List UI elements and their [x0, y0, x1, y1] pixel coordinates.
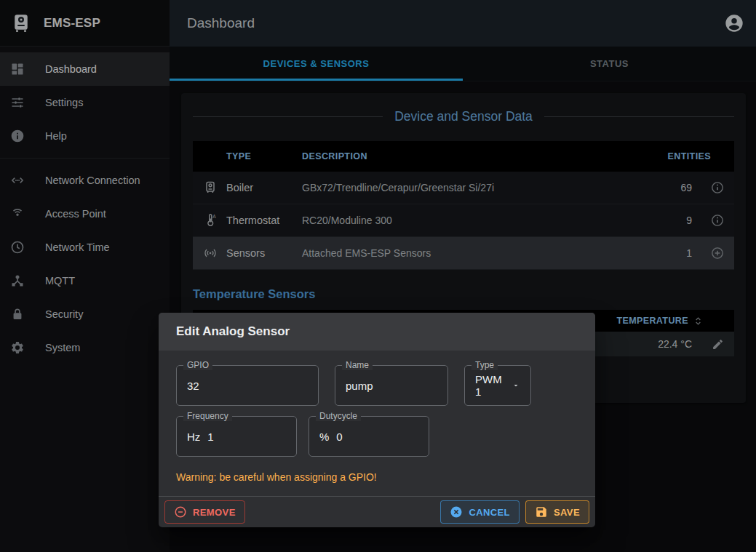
- edit-analog-sensor-dialog: Edit Analog Sensor GPIO Name Type PWM 1: [159, 313, 595, 527]
- type-field-label: Type: [471, 360, 498, 370]
- save-floppy-icon: [535, 505, 548, 519]
- dutycycle-field[interactable]: Dutycycle %: [309, 416, 429, 457]
- frequency-field-label: Frequency: [183, 411, 232, 421]
- frequency-input[interactable]: [207, 431, 286, 443]
- name-input[interactable]: [346, 380, 437, 392]
- frequency-field[interactable]: Frequency Hz: [176, 416, 297, 457]
- type-select[interactable]: Type PWM 1: [464, 365, 531, 406]
- field-row-1: GPIO Name Type PWM 1: [176, 365, 578, 406]
- dutycycle-unit-adornment: %: [319, 431, 329, 443]
- gpio-warning-text: Warning: be careful when assigning a GPI…: [176, 471, 578, 483]
- dutycycle-field-label: Dutycycle: [316, 411, 361, 421]
- frequency-unit-adornment: Hz: [187, 431, 200, 443]
- field-row-2: Frequency Hz Dutycycle %: [176, 416, 578, 457]
- save-button[interactable]: SAVE: [525, 500, 589, 524]
- gpio-input[interactable]: [187, 380, 308, 392]
- remove-circle-icon: [174, 505, 187, 519]
- name-field-label: Name: [342, 360, 373, 370]
- cancel-button-label: CANCEL: [469, 507, 510, 518]
- dialog-actions: REMOVE CANCEL SAVE: [159, 496, 595, 527]
- remove-button[interactable]: REMOVE: [164, 500, 245, 524]
- save-button-label: SAVE: [554, 507, 580, 518]
- cancel-circle-icon: [450, 505, 463, 519]
- app-root: EMS-ESP Dashboard Settings Help Network …: [0, 0, 756, 552]
- dialog-title: Edit Analog Sensor: [159, 313, 595, 351]
- cancel-button[interactable]: CANCEL: [440, 500, 520, 524]
- name-field[interactable]: Name: [335, 365, 448, 406]
- dialog-body: GPIO Name Type PWM 1 Frequency Hz: [159, 351, 595, 496]
- gpio-field[interactable]: GPIO: [176, 365, 319, 406]
- remove-button-label: REMOVE: [193, 507, 236, 518]
- chevron-down-icon: [512, 381, 520, 390]
- dutycycle-input[interactable]: [336, 431, 418, 443]
- type-select-value: PWM 1: [475, 373, 509, 398]
- gpio-field-label: GPIO: [183, 360, 212, 370]
